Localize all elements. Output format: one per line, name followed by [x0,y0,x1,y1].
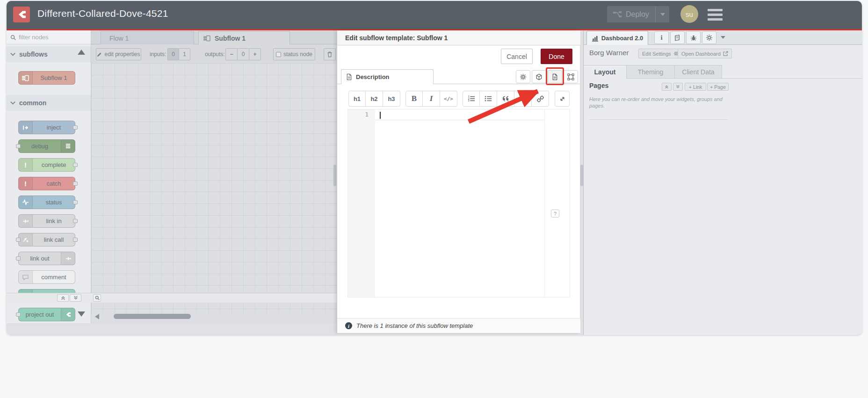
node-red-icon [61,308,75,321]
palette-node-catch[interactable]: ! catch [18,177,75,190]
workspace-scroll-handle[interactable] [333,165,336,186]
cancel-button[interactable]: Cancel [501,49,533,64]
palette-node-link-call[interactable]: link call [18,233,75,246]
palette-node-subflow-1[interactable]: Subflow 1 [18,71,75,85]
info-icon: i [345,322,352,329]
add-page-button[interactable]: + Page [707,83,729,91]
palette-node-comment[interactable]: comment [18,270,75,284]
subflow-icon [19,72,33,84]
add-link-button[interactable]: + Link [685,83,706,91]
comment-bubble-icon [19,271,33,283]
md-bold-button[interactable]: B [405,91,423,107]
input-port [16,238,21,242]
palette-expand-all-button[interactable] [70,294,81,302]
node-label: Subflow 1 [33,72,75,84]
palette-collapse-all-button[interactable] [57,294,69,302]
palette-node-project-out[interactable]: project out [18,308,75,321]
edit-settings-button[interactable]: Edit Settings [638,49,682,58]
open-dashboard-button[interactable]: Open Dashboard [678,49,732,58]
edit-properties-button[interactable]: edit properties [96,48,141,60]
palette-node-link-in[interactable]: link in [18,214,75,228]
node-label: catch [33,177,75,190]
deploy-button[interactable]: Deploy [607,6,669,22]
horizontal-scrollbar[interactable] [114,314,191,319]
tab-client-data[interactable]: Client Data [675,65,722,78]
outputs-decrement-button[interactable]: − [225,48,238,60]
md-h3-button[interactable]: h3 [383,91,400,107]
outputs-increment-button[interactable]: + [249,48,261,60]
sidebar-more-tabs-button[interactable] [721,36,725,39]
md-italic-button[interactable]: I [423,91,440,107]
exclamation-icon: ! [19,159,33,171]
header: Different-Collared-Dove-4521 Deploy su [7,1,862,29]
output-port [73,181,78,186]
output-port [73,219,78,223]
output-port [73,238,78,242]
open-dashboard-label: Open Dashboard [681,51,721,57]
tab-flow-1[interactable]: Flow 1 [101,31,194,44]
output-port [73,125,78,130]
md-h2-button[interactable]: h2 [366,91,383,107]
input-port [16,312,21,317]
link-call-icon [19,233,33,246]
palette-filter[interactable]: filter nodes [7,30,91,44]
palette-filter-placeholder: filter nodes [19,34,49,41]
sidebar-debug-tab-button[interactable] [686,31,701,44]
search-icon [95,296,100,300]
dashboard-subtabs: Layout Theming Client Data [584,65,862,79]
pages-collapse-all-button[interactable] [662,83,672,91]
info-icon: i [660,34,662,42]
node-palette: filter nodes subflows Subflow 1 common i… [7,30,91,323]
status-node-checkbox[interactable]: status node [273,48,315,60]
tab-subflow-1[interactable]: Subflow 1 [198,31,290,44]
tab-label: Description [356,73,390,80]
workspace-zoom-button[interactable] [93,294,101,302]
workspace-canvas[interactable] [91,63,337,314]
pencil-icon [97,52,102,57]
palette-node-debug[interactable]: debug [18,139,75,153]
book-icon [674,35,681,41]
node-label: link in [33,215,75,227]
dashboard-project-name: Borg Warner [589,49,629,57]
pages-expand-all-button[interactable] [673,83,683,91]
tab-description[interactable]: Description [341,69,434,84]
workspace-title: Different-Collared-Dove-4521 [37,8,168,19]
palette-section-common[interactable]: common [7,95,91,111]
tab-theming[interactable]: Theming [627,65,675,78]
link-out-icon [61,252,75,265]
palette-scroll-down[interactable] [78,311,85,317]
md-h1-button[interactable]: h1 [348,91,366,107]
main-menu-button[interactable] [708,9,723,21]
output-port [73,163,78,167]
palette-node-inject[interactable]: inject [18,121,75,134]
sidebar-config-tab-button[interactable] [702,31,716,44]
tab-dashboard-2[interactable]: Dashboard 2.0 [586,31,648,45]
md-heading-group: h1 h2 h3 [348,91,400,107]
instance-count-text: There is 1 instance of this subflow temp… [356,322,473,329]
bug-icon [690,35,697,41]
inputs-option-1[interactable]: 1 [179,48,190,60]
chevron-down-icon [10,52,15,56]
editor-help-button[interactable]: ? [551,210,559,217]
hscroll-left-arrow[interactable] [95,314,99,319]
sidebar-help-tab-button[interactable] [670,31,685,44]
pages-help-text: Here you can re-order and move your widg… [589,96,731,109]
palette-node-status[interactable]: status [18,195,75,209]
outputs-count-value: 0 [237,48,249,60]
palette-scroll-up[interactable] [78,50,85,55]
description-editor[interactable]: 1 [347,109,570,297]
tab-layout[interactable]: Layout [584,65,627,79]
deploy-options-button[interactable] [655,6,669,22]
edit-properties-label: edit properties [104,51,140,58]
dialog-title: Edit subflow template: Subflow 1 [337,30,580,45]
palette-node-link-out[interactable]: link out [18,252,75,265]
checkbox-icon [276,52,281,57]
user-avatar[interactable]: su [680,5,698,23]
delete-subflow-button[interactable] [324,48,336,60]
tab-label: Flow 1 [109,35,129,42]
done-button[interactable]: Done [541,49,572,64]
inputs-option-0[interactable]: 0 [167,48,179,60]
palette-node-complete[interactable]: ! complete [18,158,75,172]
gear-icon [706,34,713,41]
sidebar-info-tab-button[interactable]: i [654,31,669,44]
